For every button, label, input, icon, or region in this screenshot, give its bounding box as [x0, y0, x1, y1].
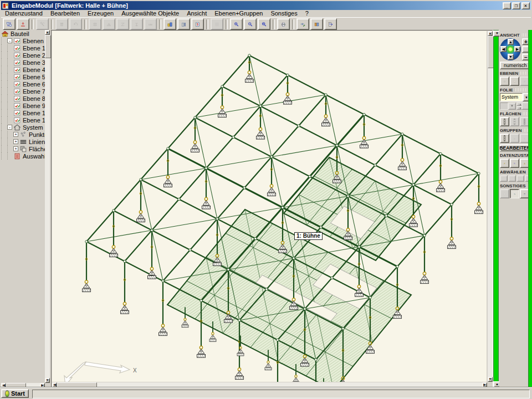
tree-item-ebene-5[interactable]: Ebene 5 — [1, 73, 45, 80]
menu-ebenen-gruppen[interactable]: Ebenen+Gruppen — [211, 10, 267, 17]
expander-icon[interactable]: + — [13, 146, 18, 151]
bearbeiten-button[interactable]: BEARBEITEN — [500, 144, 530, 151]
abwahl-punkt-button[interactable] — [500, 175, 508, 182]
tree-item-ebene-7[interactable]: Ebene 7 — [1, 88, 45, 95]
raster-button[interactable] — [89, 18, 101, 30]
beenden-button[interactable] — [324, 18, 337, 30]
neue-liste-button[interactable]: * — [500, 189, 509, 198]
tree-item-ebene-3[interactable]: Ebene 3 — [1, 59, 45, 66]
scroll-left-icon[interactable]: ◀ — [52, 382, 57, 387]
menu-erzeugen[interactable]: Erzeugen — [84, 10, 117, 17]
bemessung-button[interactable] — [177, 18, 190, 30]
redlining-button[interactable] — [296, 18, 309, 30]
canvas-horizontal-scrollbar[interactable]: ◀ ▶ — [52, 382, 487, 387]
expander-icon[interactable]: + — [13, 132, 18, 137]
tree-item-ebene-2-e[interactable]: Ebene 2 E — [1, 52, 45, 59]
bereinigen-button[interactable] — [500, 158, 509, 168]
sync-icon — [7, 20, 12, 29]
tree-item-ebene-8-a[interactable]: Ebene 8 A — [1, 95, 45, 102]
flaeche-neu-button[interactable] — [500, 117, 509, 126]
toolbar-separator — [273, 19, 275, 29]
menu-bearbeiten[interactable]: Bearbeiten — [47, 10, 84, 17]
menu-ansicht[interactable]: Ansicht — [183, 10, 211, 17]
panel-green-scrollbar[interactable]: ▼ ▲ — [493, 30, 499, 388]
tool-panel: ANSICHT ▲ ◀ ▶ ▼ + − numerisch EBENEN FOL… — [499, 30, 531, 388]
tree-item-ebene-10[interactable]: Ebene 10 — [1, 109, 45, 116]
darstellung-button[interactable] — [510, 189, 519, 198]
werkzeug-button[interactable] — [36, 18, 49, 30]
tree-item-flächenpo[interactable]: +Flächenpo — [1, 145, 45, 152]
tree-item-ebene-4-a[interactable]: Ebene 4 A — [1, 66, 45, 73]
tree-item-ebene-9[interactable]: Ebene 9 — [1, 102, 45, 109]
rotate-up-icon[interactable]: ▲ — [508, 39, 514, 45]
pruefen-button[interactable] — [510, 158, 519, 168]
minimize-button[interactable]: _ — [503, 2, 511, 9]
menu-datenzustand[interactable]: Datenzustand — [1, 10, 47, 17]
tree-item-linien[interactable]: +Linien — [1, 138, 45, 145]
close-button[interactable]: ✕ — [521, 2, 530, 9]
menu-sonstiges[interactable]: Sonstiges — [267, 10, 301, 17]
schnitt-button[interactable]: S — [191, 18, 204, 30]
maximize-button[interactable]: ❐ — [512, 2, 520, 9]
ebene-3d-button[interactable] — [500, 76, 509, 86]
abwahl-flaeche-button[interactable] — [516, 175, 524, 182]
tree-scroll-thumb[interactable] — [45, 35, 51, 58]
toolbar-separator — [159, 19, 161, 29]
tree-item-system[interactable]: -System — [1, 124, 45, 131]
expander-icon[interactable]: + — [13, 139, 18, 144]
tree-item-auswahllisten[interactable]: Auswahllisten — [1, 152, 45, 160]
expander-icon[interactable]: - — [7, 38, 12, 43]
datenzustand-sync-button[interactable] — [3, 18, 16, 30]
stuetzen-button[interactable] — [130, 18, 143, 30]
numerisch-button[interactable]: numerisch — [500, 62, 531, 69]
rotate-right-icon[interactable]: ▶ — [514, 46, 520, 52]
toolbar-separator — [206, 19, 208, 29]
folie-sub-dropdown-icon[interactable]: ▼ — [508, 103, 516, 110]
zoom-window-button[interactable] — [258, 18, 270, 30]
scroll-up-icon[interactable]: ▲ — [45, 30, 50, 35]
gruppe-lager-button[interactable] — [510, 134, 519, 143]
title-bar[interactable]: EingabeModul [Faltwerk: Halle + Bühne] _… — [1, 1, 531, 10]
tree-item-ebene-6[interactable]: Ebene 6 — [1, 80, 45, 88]
folie-spinner[interactable]: ▲ ▼ — [516, 102, 521, 110]
drucken-button[interactable] — [277, 18, 290, 30]
view-sphere[interactable]: ▲ ◀ ▶ ▼ — [500, 38, 521, 60]
neu-button[interactable]: neu — [17, 18, 29, 30]
canvas-vertical-scrollbar[interactable]: ▲ ▼ — [488, 31, 493, 382]
scroll-down-icon[interactable]: ▼ — [45, 378, 50, 383]
tree-item-bauteil[interactable]: Bauteil — [1, 30, 45, 37]
tree-item-ebene-1-a[interactable]: Ebene 1 A — [1, 44, 45, 52]
gelaende-button[interactable] — [116, 18, 129, 30]
tree-item-punkte[interactable]: +Punkte — [1, 131, 45, 138]
dokumente-button[interactable] — [310, 18, 323, 30]
zoom-in-button[interactable] — [230, 18, 243, 30]
scroll-down-icon[interactable]: ▼ — [488, 377, 493, 382]
abwahl-linie-button[interactable] — [508, 175, 516, 182]
menu--[interactable]: ? — [301, 10, 313, 17]
flaeche-edit-button[interactable] — [510, 117, 519, 126]
fangraster-button[interactable] — [211, 18, 223, 30]
expander-icon[interactable]: - — [7, 125, 12, 130]
tree-item-label: Ebene 11 — [23, 117, 45, 124]
scroll-up-icon[interactable]: ▲ — [488, 31, 493, 36]
loeschen-button[interactable] — [55, 18, 68, 30]
menu-ausgew-hlte-objekte[interactable]: Ausgewählte Objekte — [117, 10, 183, 17]
folie-combobox[interactable]: System ▼ — [500, 93, 530, 101]
zoom-out-button[interactable] — [244, 18, 257, 30]
traeger-button[interactable]: A — [103, 18, 115, 30]
ebene-edit-button[interactable] — [510, 76, 519, 86]
scroll-right-icon[interactable]: ▶ — [482, 382, 487, 387]
tree-item-ebenen[interactable]: -Ebenen — [1, 37, 45, 44]
start-button[interactable]: Start — [1, 389, 29, 398]
tree-item-ebene-11[interactable]: Ebene 11 — [1, 116, 45, 124]
gebaeude-button[interactable] — [163, 18, 176, 30]
din-button[interactable]: DIN — [144, 18, 157, 30]
tree-vertical-scrollbar[interactable]: ▲ ▼ — [45, 30, 50, 383]
model-canvas[interactable]: X Y 1: Bühne — [52, 31, 487, 382]
gruppe-flaeche-button[interactable] — [500, 134, 509, 143]
rotate-left-icon[interactable]: ◀ — [500, 46, 507, 52]
toolbar-separator — [292, 19, 294, 29]
folie-sub-combo — [500, 103, 508, 110]
rueckgaengig-button[interactable] — [69, 18, 82, 30]
rotate-down-icon[interactable]: ▼ — [508, 54, 514, 60]
